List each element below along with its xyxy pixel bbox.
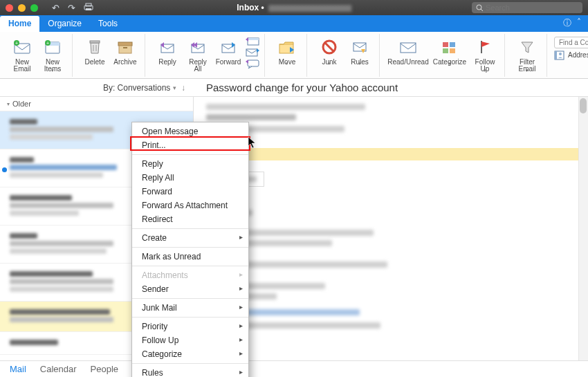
ctx-priority[interactable]: Priority — [132, 320, 248, 333]
info-banner — [194, 148, 588, 160]
ctx-sender[interactable]: Sender — [132, 282, 248, 296]
svg-rect-29 — [401, 43, 416, 53]
svg-rect-2 — [86, 8, 91, 10]
ctx-forward-attachment[interactable]: Forward As Attachment — [132, 199, 248, 212]
sort-and-subject-bar: By: Conversations▾ ↓ Password change for… — [0, 79, 588, 97]
nav-calendar[interactable]: Calendar — [40, 364, 77, 374]
flag-icon — [479, 37, 491, 57]
ctx-create[interactable]: Create — [132, 231, 248, 245]
ctx-reply-all[interactable]: Reply All — [132, 171, 248, 185]
svg-point-37 — [559, 53, 562, 55]
ctx-open-message[interactable]: Open Message — [132, 125, 248, 138]
tab-home[interactable]: Home — [0, 16, 39, 32]
im-reply-icon[interactable] — [245, 59, 260, 68]
ctx-print[interactable]: Print... — [132, 138, 248, 152]
sort-dropdown[interactable]: By: Conversations▾ ↓ — [0, 79, 194, 96]
ctx-mark-unread[interactable]: Mark as Unread — [132, 250, 248, 264]
svg-rect-16 — [119, 46, 131, 53]
maximize-window-button[interactable] — [30, 4, 38, 12]
sort-direction-icon[interactable]: ↓ — [181, 83, 185, 93]
message-group-header[interactable]: Older — [0, 97, 193, 111]
ctx-junk-mail[interactable]: Junk Mail — [132, 301, 248, 315]
svg-rect-33 — [450, 48, 455, 53]
reply-all-icon — [189, 37, 207, 57]
ctx-forward[interactable]: Forward — [132, 185, 248, 199]
forward-button[interactable]: Forward — [213, 34, 244, 66]
mouse-cursor-icon — [248, 136, 257, 149]
filter-email-button[interactable]: Filter Email▾ — [512, 34, 542, 73]
archive-button[interactable]: Archive — [110, 34, 140, 66]
search-input[interactable] — [486, 3, 578, 12]
window-title: Inbox • — [237, 3, 351, 12]
print-icon[interactable] — [84, 3, 93, 13]
archive-icon — [117, 37, 134, 57]
ctx-follow-up[interactable]: Follow Up — [132, 333, 248, 347]
reply-all-button[interactable]: Reply All — [183, 34, 213, 73]
rules-button[interactable]: Rules▾ — [344, 34, 375, 66]
categorize-button[interactable]: Categorize▾ — [430, 34, 470, 66]
filter-icon — [520, 37, 535, 57]
minimize-window-button[interactable] — [18, 4, 26, 12]
ctx-redirect[interactable]: Redirect — [132, 212, 248, 226]
tab-tools[interactable]: Tools — [90, 16, 126, 32]
reading-pane-subject: Password change for your Yahoo account — [194, 79, 588, 96]
nav-mail[interactable]: Mail — [10, 364, 26, 374]
read-unread-icon — [398, 37, 418, 57]
window-controls — [6, 4, 38, 12]
ribbon-tabs: Home Organize Tools ⓘ ˄ — [0, 15, 588, 32]
forward-attachment-icon[interactable] — [245, 48, 260, 57]
ribbon: + New Email + New Items▾ Delete Archive … — [0, 32, 588, 79]
svg-point-3 — [477, 5, 481, 10]
categorize-icon — [441, 37, 458, 57]
ctx-reply[interactable]: Reply — [132, 157, 248, 171]
svg-line-4 — [481, 9, 483, 11]
address-book-icon — [554, 50, 565, 60]
rules-icon — [351, 37, 368, 57]
new-items-icon: + — [44, 37, 62, 57]
collapse-ribbon-icon[interactable]: ˄ — [577, 17, 581, 29]
address-book-button[interactable]: Address Book — [554, 50, 588, 60]
ctx-attachments: Attachments — [132, 268, 248, 282]
quick-access-toolbar: ↶ ↷ — [52, 3, 93, 13]
search-box[interactable] — [472, 2, 582, 13]
svg-rect-31 — [450, 42, 455, 47]
find-contact-input[interactable] — [554, 37, 588, 48]
titlebar: ↶ ↷ Inbox • — [0, 0, 588, 15]
junk-icon — [322, 37, 337, 57]
delete-button[interactable]: Delete — [80, 34, 110, 66]
read-unread-button[interactable]: Read/Unread — [387, 34, 430, 66]
reading-pane-scrollbar[interactable] — [578, 97, 588, 360]
bottom-navigation: Mail Calendar People — [0, 360, 588, 377]
new-items-button[interactable]: + New Items▾ — [37, 34, 68, 73]
scrollbar-thumb[interactable] — [580, 98, 587, 113]
trash-icon — [88, 37, 102, 57]
svg-rect-23 — [246, 49, 257, 56]
svg-rect-12 — [90, 41, 100, 43]
meeting-reply-icon[interactable] — [245, 37, 260, 46]
move-button[interactable]: Move▾ — [272, 34, 302, 66]
ctx-rules[interactable]: Rules — [132, 366, 248, 377]
reply-button[interactable]: Reply — [152, 34, 183, 66]
close-window-button[interactable] — [6, 4, 13, 12]
new-email-icon: + — [13, 37, 31, 57]
search-icon — [476, 4, 483, 12]
undo-icon[interactable]: ↶ — [52, 3, 59, 13]
unread-indicator-icon — [2, 167, 7, 172]
junk-button[interactable]: Junk▾ — [314, 34, 344, 66]
nav-people[interactable]: People — [91, 364, 118, 374]
ctx-categorize[interactable]: Categorize — [132, 347, 248, 361]
svg-rect-22 — [248, 38, 259, 40]
help-icon[interactable]: ⓘ — [563, 17, 571, 29]
context-menu: Open Message Print... Reply Reply All Fo… — [131, 122, 249, 377]
svg-rect-17 — [123, 47, 127, 48]
redo-icon[interactable]: ↷ — [68, 3, 75, 13]
svg-rect-32 — [443, 48, 448, 53]
tab-organize[interactable]: Organize — [39, 16, 90, 32]
svg-rect-24 — [248, 60, 259, 66]
svg-line-27 — [325, 43, 333, 51]
follow-up-button[interactable]: Follow Up▾ — [470, 34, 500, 73]
svg-rect-36 — [555, 51, 557, 59]
reply-icon — [159, 37, 176, 57]
svg-rect-15 — [118, 42, 132, 46]
new-email-button[interactable]: + New Email — [7, 34, 37, 73]
